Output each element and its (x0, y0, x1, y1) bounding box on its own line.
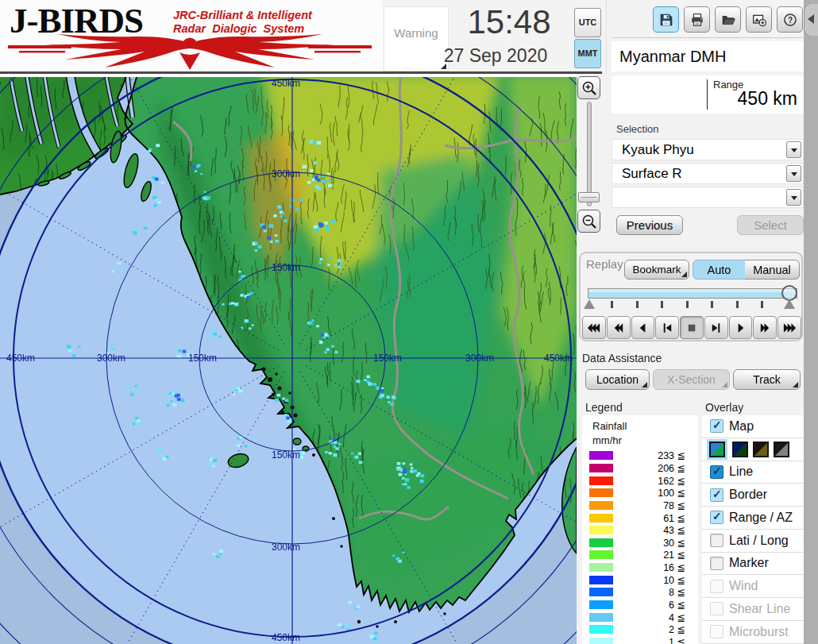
map-checkbox[interactable] (710, 419, 723, 433)
x-section-label: X-Section (667, 373, 716, 386)
overlay-item-label: Line (729, 465, 753, 479)
legend-value: 6 ≦ (613, 599, 698, 611)
eagle-logo-icon (8, 33, 372, 71)
overlay-row: Marker (702, 553, 804, 576)
legend-swatch (589, 563, 613, 572)
snapshot-button[interactable] (746, 6, 772, 33)
chevron-down-icon[interactable] (786, 165, 801, 182)
manual-button[interactable]: Manual (745, 260, 800, 280)
clock-date: 27 Sep 2020 (427, 43, 564, 68)
range-start-marker[interactable] (584, 299, 595, 309)
svg-text:450km: 450km (272, 78, 300, 89)
selection-label: Selection (616, 123, 658, 135)
location-label: Location (596, 373, 639, 386)
legend-value: 43 ≦ (613, 524, 698, 536)
overlay-item-label: Marker (729, 556, 769, 570)
track-button[interactable]: Track (733, 369, 801, 390)
svg-text:450km: 450km (544, 353, 573, 364)
legend-row: 30 ≦ (582, 536, 698, 549)
logo: J-BIRDS JRC-Brilliant & IntelligentRadar… (0, 0, 383, 71)
data-assistance-label: Data Assistance (582, 352, 662, 364)
help-button[interactable]: ? (777, 6, 803, 33)
rewind-button[interactable] (607, 316, 631, 339)
overlay-row: Map (702, 415, 804, 438)
x-section-button[interactable]: X-Section (653, 369, 730, 390)
zoom-slider-handle[interactable] (578, 192, 600, 202)
chevron-down-icon[interactable] (786, 141, 801, 158)
map-style-navy-darkgreen[interactable] (732, 442, 748, 457)
option-dropdown[interactable] (612, 187, 804, 208)
fast-forward-button[interactable] (777, 316, 801, 339)
border-checkbox[interactable] (710, 488, 723, 502)
legend-row: 21 ≦ (582, 549, 698, 561)
overlay-row (702, 438, 804, 461)
legend-swatch (589, 464, 613, 472)
skip-to-end-button[interactable] (704, 316, 728, 339)
legend-swatch (589, 488, 613, 497)
slider-tick (761, 301, 763, 308)
legend-swatch (589, 600, 613, 609)
header-separator (606, 0, 607, 74)
radar-map[interactable]: 450km 300km 150km 150km 300km 450km 450k… (0, 74, 577, 644)
panel-scrollbar[interactable] (804, 0, 818, 644)
radar-map-canvas[interactable]: 450km 300km 150km 150km 300km 450km 450k… (0, 74, 577, 644)
location-button[interactable]: Location (585, 369, 650, 390)
collapse-arrow-icon (808, 14, 814, 24)
zoom-in-button[interactable] (577, 76, 600, 99)
previous-button[interactable]: Previous (616, 215, 683, 235)
bookmark-button[interactable]: Bookmark (624, 260, 689, 280)
overlay-row: Microburst (702, 621, 804, 644)
legend-swatch (589, 514, 613, 523)
zoom-out-button[interactable] (577, 210, 600, 233)
open-button[interactable] (715, 6, 741, 33)
step-back-button[interactable] (631, 316, 655, 339)
product-dropdown[interactable]: Surface R (612, 163, 804, 184)
lati-long-checkbox[interactable] (710, 534, 723, 547)
submenu-corner-icon (722, 382, 727, 388)
skip-to-start-icon (660, 322, 675, 334)
legend-value: 4 ≦ (613, 611, 698, 623)
select-button[interactable]: Select (737, 215, 804, 235)
legend-unit-line2: mm/hr (592, 434, 622, 446)
chevron-down-icon[interactable] (786, 189, 801, 206)
wind-checkbox (710, 580, 723, 593)
range-az-checkbox[interactable] (710, 511, 723, 524)
map-style-blue-green[interactable] (709, 442, 725, 457)
fast-rewind-icon (586, 322, 601, 334)
replay-slider-track[interactable] (588, 288, 797, 299)
header: J-BIRDS JRC-Brilliant & IntelligentRadar… (0, 0, 818, 74)
forward-button[interactable] (753, 316, 777, 339)
skip-to-start-button[interactable] (655, 316, 679, 339)
legend-row: 2 ≦ (582, 623, 698, 636)
legend-value: 2 ≦ (613, 623, 698, 635)
legend-swatch (589, 588, 613, 596)
legend-value: 233 ≦ (613, 449, 698, 461)
map-style-black-olive[interactable] (753, 442, 769, 457)
svg-text:150km: 150km (272, 262, 300, 273)
stop-button[interactable] (680, 316, 704, 339)
panel-collapse-tab[interactable] (804, 4, 818, 36)
submenu-corner-icon (793, 382, 798, 388)
play-button[interactable] (729, 316, 753, 339)
overlay-title: Overlay (705, 401, 743, 414)
site-dropdown[interactable]: Kyauk Phyu (612, 139, 804, 160)
map-top-strip (0, 74, 577, 77)
replay-slider-handle[interactable] (781, 285, 797, 301)
range-end-marker[interactable] (784, 299, 795, 309)
utc-button[interactable]: UTC (574, 8, 601, 37)
fast-rewind-button[interactable] (582, 316, 606, 339)
marker-checkbox[interactable] (710, 557, 723, 570)
legend-value: 10 ≦ (613, 574, 698, 586)
line-checkbox[interactable] (710, 465, 723, 479)
save-button[interactable] (653, 6, 679, 33)
jbirds-app: { "header": { "logo": { "title": "J-BIRD… (0, 0, 818, 644)
fast-forward-icon (782, 322, 797, 334)
map-style-black-gray[interactable] (774, 442, 789, 457)
svg-text:?: ? (787, 15, 792, 24)
zoom-slider-track[interactable] (587, 102, 592, 206)
mmt-button[interactable]: MMT (574, 39, 601, 68)
magnifier-plus-icon (581, 80, 597, 96)
print-button[interactable] (684, 6, 710, 33)
auto-button[interactable]: Auto (693, 260, 746, 280)
legend-swatch (589, 638, 613, 644)
